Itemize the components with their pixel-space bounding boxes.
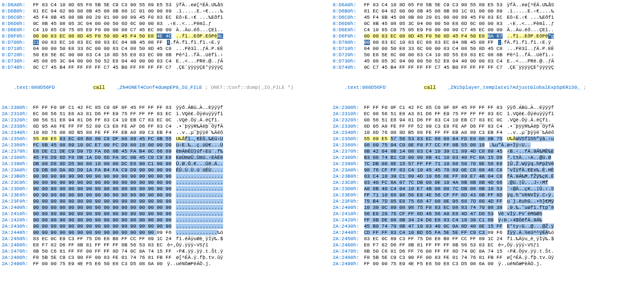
hex-ascii: !.fÄ.fì.fì.fì.‹E.ÿ — [167, 39, 220, 46]
hex-row: 8:D740h:0C C7 45 B4 FF FF FF FF C7 45 B0… — [2, 64, 312, 71]
hex-ascii: .VQè.Öÿ.Ä.ëÇfì. — [507, 117, 551, 123]
hex-bytes: 10 8D 76 00 8D B5 88 FE FF FF EB A8 89 C… — [364, 129, 503, 136]
hex-row: 2A:23B0h:83 C4 10 39 C1 89 4D 10 66 8E F… — [333, 173, 643, 179]
left-pane: 8:D6A0h:FF 83 C4 10 8D 65 F8 5B 5E C9 C3… — [0, 0, 313, 269]
hex-address: 8:D6B0h: — [333, 8, 364, 14]
hex-row: 8:D6F0h:00 00 83 EC 08 8D 45 F0 50 8D 45… — [2, 33, 312, 39]
hex-address: 2A:2320h: — [333, 117, 364, 123]
hex-row: 2A:2300h:FF FF F0 0F C1 42 FC 85 C0 0F 8… — [2, 104, 312, 111]
hex-row: 8:D720h:50 E8 5E 6C 00 00 83 C4 10 8D 55… — [2, 52, 312, 58]
disasm-comment: ; ONET::Conf::dump(_IO_FILE *) — [205, 85, 294, 90]
hex-row: 8:D710h:04 00 00 50 E8 33 6C 00 00 83 C4… — [2, 46, 312, 52]
hex-address: 8:D6D0h: — [2, 21, 33, 27]
hex-address: 8:D710h: — [333, 46, 364, 52]
hex-bytes: 45 F4 8B 45 08 8B 80 20 01 00 00 89 45 F… — [364, 14, 503, 21]
hex-bytes: 50 E8 5E 6C 00 00 83 C4 10 8D 55 E8 83 E… — [33, 52, 171, 58]
hex-ascii: èÞÁÞÉÙ}úf‹Eú´.f‰ — [176, 148, 223, 154]
hex-ascii: ¨‹@Ä..çK..|Û.‹.S — [507, 186, 554, 192]
hex-bytes: 83 C4 10 39 C1 89 4D 10 66 8E FF 89 E7 4… — [364, 173, 503, 179]
hex-bytes: 83 EC 0C 89 C3 FF 75 D8 E8 B8 FF CC FF 8… — [364, 236, 503, 242]
hex-address: 2A:23E0h: — [333, 192, 364, 198]
hex-block-lower-right: 2A:2300h:FF FF F0 0F C1 42 FC 85 C0 0F 8… — [333, 104, 643, 267]
hex-row: 2A:2490h:FF 00 00 75 E9 4E F5 E6 50 E8 C… — [333, 261, 643, 267]
hex-address: 2A:23D0h: — [2, 186, 33, 192]
hex-ascii: ................ — [176, 192, 223, 198]
hex-address: 2A:23F0h: — [2, 198, 33, 204]
hex-bytes: 83 EC 0C E9 C3 FF 75 D8 E8 B8 FF CC FF 8… — [33, 236, 171, 242]
hex-ascii: ø[^ÉÃ.ÿ.fþ.tv.ûÿ — [176, 254, 223, 261]
hex-ascii: ................ — [176, 179, 223, 186]
hex-row: 2A:2440h:90 90 90 90 90 90 90 90 90 90 9… — [2, 229, 312, 236]
hex-address: 8:D6E0h: — [333, 27, 364, 33]
hex-address: 2A:2480h: — [2, 254, 33, 261]
hex-ascii: .@ü.|Û...J‹‹Mf — [507, 179, 548, 186]
hex-bytes: 90 90 90 90 90 90 90 90 90 90 90 90 90 9… — [33, 186, 171, 192]
hex-address: 2A:2420h: — [2, 217, 33, 223]
hex-ascii: ì.VQè£.Öÿéuÿÿÿfì — [176, 111, 223, 117]
hex-address: 2A:2470h: — [2, 248, 33, 254]
hex-bytes: 0C C7 45 B4 FF FF FF FF C7 45 B0 FF FF F… — [364, 64, 503, 71]
hex-address: 2A:23A0h: — [333, 167, 364, 173]
hex-ascii: ÿfÄ..eø[^ÉÃ.U‰åS — [176, 2, 223, 8]
hex-row: 2A:2450h:83 EC 0C E9 C3 FF 75 D8 E8 B8 F… — [2, 236, 312, 242]
hex-address: 2A:2310h: — [2, 111, 33, 117]
hex-ascii: u´}.èuhG..•h}€Mÿ — [507, 198, 554, 204]
hex-address: 2A:2480h: — [333, 254, 364, 261]
hex-ascii: ................ — [176, 198, 223, 204]
hex-bytes: 75 B4 7D 05 E8 75 68 47 08 0E 95 68 7D 8… — [364, 198, 503, 204]
hex-bytes: 0C 8B 45 08 05 3C 04 00 00 50 E8 6D 6C 0… — [364, 21, 503, 27]
hex-ascii: ‹B.‹..fÄ.9Á‰MÈ‰E — [507, 148, 554, 154]
hex-ascii: E..<...PRè.@..ƒÄ — [507, 58, 554, 64]
hex-address: 2A:2460h: — [333, 242, 364, 248]
hex-bytes: 45 08 05 3C 04 00 00 50 52 E8 04 40 00 0… — [33, 58, 171, 64]
hex-row: 2A:23B0h:90 90 90 90 90 90 90 90 90 90 9… — [2, 173, 312, 179]
hex-row: 8:D6E0h:C4 10 85 C0 75 05 E9 F0 00 00 00… — [2, 27, 312, 33]
hex-address: 2A:2330h: — [333, 123, 364, 129]
hex-address: 2A:2360h: — [2, 142, 33, 148]
hex-row: 8:D700h:21 00 83 EC 10 83 EC 08 83 EC 04… — [2, 39, 312, 46]
hex-address: 2A:2300h: — [333, 104, 364, 111]
hex-bytes: 50 E8 5E 6C 00 00 83 C4 10 8D 55 E8 83 E… — [364, 52, 503, 58]
hex-address: 8:D740h: — [333, 64, 364, 71]
hex-ascii: U‰åfì.¸€Èß.‰Eü‹U — [176, 136, 223, 142]
hex-address: 2A:2400h: — [2, 204, 33, 211]
hex-ascii: ÿq.h˜VèNVÏÿ.C‹ÿ. — [507, 192, 554, 198]
hex-row: 2A:2360h:FC 8B 45 08 89 10 0C E7 00 FC D… — [2, 142, 312, 148]
hex-row: 2A:2420h:FF 8B DE 08 8B 34 24 D6 E8 83 C… — [333, 217, 643, 223]
hex-row: 8:D720h:50 E8 5E 6C 00 00 83 C4 10 8D 55… — [333, 52, 643, 58]
hex-ascii: Pè^l..fÄ..Uèfì.‹ — [507, 52, 554, 58]
disasm-mnem: call — [93, 85, 105, 90]
hex-address: 8:D6C0h: — [333, 14, 364, 21]
hex-ascii: .‹E..<...Pèml..ƒ — [507, 21, 554, 27]
hex-row: 8:D6B0h:81 EC 04 02 00 00 8B 45 08 8B 80… — [333, 8, 643, 14]
hex-bytes: C4 10 85 C0 75 05 E9 F0 00 00 00 C7 45 E… — [33, 27, 171, 33]
hex-ascii: ˜vÏÿfÄ.EEx‰.È.HÈ — [507, 167, 554, 173]
hex-row: 2A:2410h:90 90 90 90 90 90 90 90 90 90 9… — [2, 211, 312, 217]
hex-bytes: 8B 50 C6 81 FF FF 00 FF FF 8D 74 0C 8A 7… — [33, 248, 171, 254]
disasm-operand: _ZN15player_template17AdjustGlobalExpSpE… — [448, 85, 580, 90]
hex-ascii: Eô‹E.‹€ ...‰Eðfì — [176, 14, 223, 21]
hex-address: 8:D6A0h: — [2, 2, 33, 8]
hex-bytes: C9 DB 00 DA 8D D9 1A FA B4 FA C9 D9 90 9… — [33, 167, 171, 173]
hex-address: 8:D720h: — [333, 52, 364, 58]
hex-bytes: 10 8D 76 00 8D B5 88 FE FF FF EB A8 89 C… — [33, 129, 171, 136]
hex-bytes: 81 EC 04 02 00 00 8B 45 08 8B 80 1C 01 0… — [33, 8, 171, 14]
hex-address: 8:D730h: — [2, 58, 33, 64]
hex-bytes: 55 89 E5 83 EC 08 B8 80 C8 DF 08 89 45 F… — [33, 136, 171, 142]
hex-bytes: E8 F7 82 D6 FF 8B 81 FF FF FF 8B 56 53 8… — [364, 242, 494, 248]
hex-row: 8:D6B0h:81 EC 04 02 00 00 8B 45 08 8B 80… — [2, 8, 312, 14]
hex-ascii: .‹E..<...Pèml.ƒ — [167, 21, 211, 27]
hex-address: 2A:2490h: — [333, 261, 364, 267]
hex-address: 2A:2370h: — [2, 148, 33, 154]
hex-ascii: Û.Ø.Õ.€...Üè.Á.. — [176, 161, 223, 167]
hex-bytes: 90 90 90 90 90 90 90 90 90 90 90 90 90 9… — [33, 173, 171, 179]
hex-row: 2A:23E0h:FF 71 10 68 98 56 E8 4E 56 CF F… — [333, 192, 643, 198]
hex-row: 2A:23F0h:90 90 90 90 90 90 90 90 90 90 9… — [2, 198, 312, 204]
hex-row: 2A:2310h:EC 08 56 51 E8 A3 81 D6 FF E9 7… — [2, 111, 312, 117]
hex-address: 2A:2350h: — [333, 136, 364, 142]
hex-bytes: FF 71 10 68 98 56 E8 4E 56 CF FF 8D 43 8… — [364, 192, 503, 198]
hex-ascii: .‰u”À.ø÷Ìÿ‹U.. — [489, 142, 530, 148]
hex-ascii: .ì.....E.‹€....‰ — [176, 8, 223, 14]
hex-row: 2A:2480h:F8 5B 5E C9 C3 90 FF 00 83 FE 0… — [333, 254, 643, 261]
hex-row: 2A:2310h:EC 08 56 51 E8 A3 81 D6 FF E9 7… — [333, 111, 643, 117]
